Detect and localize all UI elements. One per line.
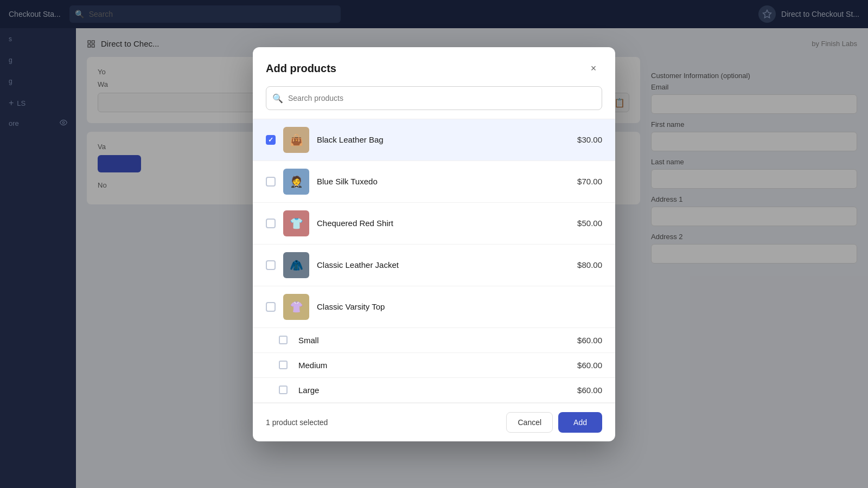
product-price-black-leather-bag: $30.00 — [577, 135, 602, 144]
modal-overlay[interactable]: Add products × 🔍 👜Black Leather Bag$30.0… — [0, 0, 868, 488]
modal-search-input[interactable] — [266, 86, 602, 110]
product-price-small: $60.00 — [577, 336, 602, 345]
product-thumb-blue-silk-tuxedo: 🤵 — [283, 169, 309, 195]
product-name-chequered-red-shirt: Chequered Red Shirt — [317, 219, 577, 228]
product-row-medium[interactable]: Medium$60.00 — [253, 353, 615, 378]
product-price-large: $60.00 — [577, 386, 602, 395]
product-price-classic-leather-jacket: $80.00 — [577, 260, 602, 269]
product-thumb-classic-varsity-top: 👚 — [283, 294, 309, 320]
cancel-button[interactable]: Cancel — [506, 412, 553, 433]
modal-search-icon: 🔍 — [272, 93, 283, 103]
product-row-chequered-red-shirt[interactable]: 👕Chequered Red Shirt$50.00 — [253, 203, 615, 245]
checkbox-medium[interactable] — [279, 361, 288, 369]
product-name-blue-silk-tuxedo: Blue Silk Tuxedo — [317, 177, 577, 186]
product-thumb-black-leather-bag: 👜 — [283, 127, 309, 153]
product-name-classic-leather-jacket: Classic Leather Jacket — [317, 260, 577, 269]
add-products-modal: Add products × 🔍 👜Black Leather Bag$30.0… — [253, 47, 615, 441]
product-thumb-classic-leather-jacket: 🧥 — [283, 252, 309, 278]
modal-title: Add products — [266, 62, 336, 75]
product-name-large: Large — [298, 386, 577, 395]
checkbox-classic-leather-jacket[interactable] — [266, 260, 276, 270]
modal-header: Add products × — [253, 47, 615, 86]
product-row-blue-silk-tuxedo[interactable]: 🤵Blue Silk Tuxedo$70.00 — [253, 161, 615, 203]
checkbox-classic-varsity-top[interactable] — [266, 302, 276, 312]
checkbox-small[interactable] — [279, 336, 288, 344]
modal-close-button[interactable]: × — [585, 60, 602, 78]
product-name-medium: Medium — [298, 361, 577, 370]
selected-count: 1 product selected — [266, 418, 328, 427]
checkbox-black-leather-bag[interactable] — [266, 135, 276, 145]
product-row-small[interactable]: Small$60.00 — [253, 328, 615, 353]
product-name-black-leather-bag: Black Leather Bag — [317, 135, 577, 144]
product-price-medium: $60.00 — [577, 361, 602, 370]
product-thumb-chequered-red-shirt: 👕 — [283, 210, 309, 236]
product-name-classic-varsity-top: Classic Varsity Top — [317, 302, 602, 311]
product-row-black-leather-bag[interactable]: 👜Black Leather Bag$30.00 — [253, 119, 615, 161]
product-name-small: Small — [298, 336, 577, 345]
modal-search-wrapper: 🔍 — [253, 86, 615, 119]
product-price-chequered-red-shirt: $50.00 — [577, 219, 602, 228]
modal-footer: 1 product selected Cancel Add — [253, 403, 615, 441]
add-button[interactable]: Add — [558, 412, 602, 433]
product-row-classic-leather-jacket[interactable]: 🧥Classic Leather Jacket$80.00 — [253, 245, 615, 286]
product-row-large[interactable]: Large$60.00 — [253, 378, 615, 403]
footer-actions: Cancel Add — [506, 412, 602, 433]
modal-search-box: 🔍 — [266, 86, 602, 110]
checkbox-blue-silk-tuxedo[interactable] — [266, 177, 276, 187]
checkbox-large[interactable] — [279, 386, 288, 394]
product-row-classic-varsity-top[interactable]: 👚Classic Varsity Top — [253, 286, 615, 328]
product-price-blue-silk-tuxedo: $70.00 — [577, 177, 602, 186]
checkbox-chequered-red-shirt[interactable] — [266, 219, 276, 228]
product-list: 👜Black Leather Bag$30.00🤵Blue Silk Tuxed… — [253, 119, 615, 403]
